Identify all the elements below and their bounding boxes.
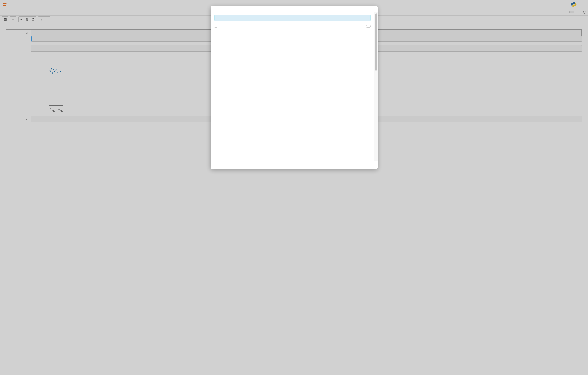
modal-overlay[interactable]: ▴ ▴ ▾ bbox=[0, 0, 588, 132]
scrollbar-thumb[interactable] bbox=[375, 14, 377, 71]
esc-key bbox=[214, 27, 217, 28]
edit-shortcuts-button[interactable] bbox=[366, 25, 371, 28]
keyboard-shortcuts-modal: ▴ ▴ ▾ bbox=[211, 6, 378, 132]
modal-body[interactable]: ▴ ▴ ▾ bbox=[211, 12, 378, 132]
scroll-up-icon: ▴ bbox=[294, 12, 294, 15]
info-alert bbox=[214, 15, 371, 21]
modal-header bbox=[211, 6, 378, 12]
modal-scrollbar[interactable]: ▴ ▾ bbox=[374, 12, 378, 132]
command-mode-header bbox=[214, 24, 377, 29]
